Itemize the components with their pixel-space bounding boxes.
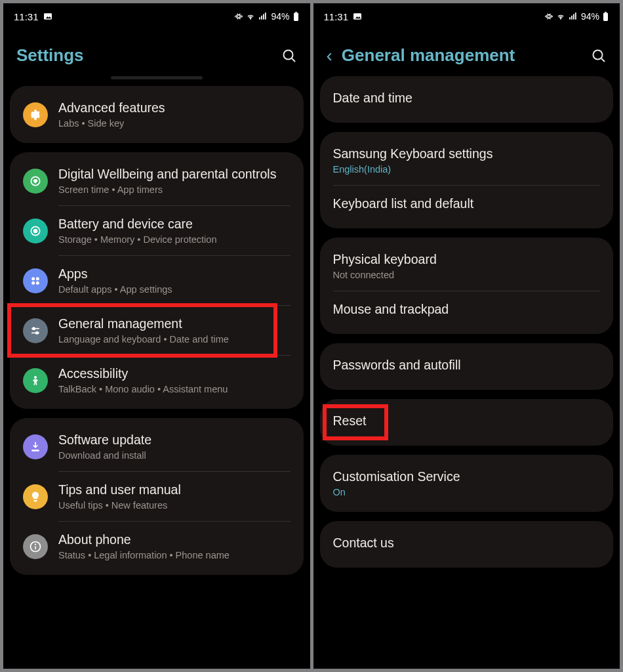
wifi-icon xyxy=(246,12,255,21)
gm-item-contact[interactable]: Contact us xyxy=(320,525,614,564)
svg-rect-34 xyxy=(603,12,608,21)
gm-group: Customisation Service On xyxy=(320,455,614,512)
settings-item-advanced[interactable]: Advanced features Labs • Side key xyxy=(10,90,304,139)
gm-group: Passwords and autofill xyxy=(320,343,614,390)
gm-group: Samsung Keyboard settings English(India)… xyxy=(320,132,614,228)
wellbeing-icon xyxy=(23,169,48,194)
gm-group: Physical keyboard Not connected Mouse an… xyxy=(320,238,614,334)
item-title: Tips and user manual xyxy=(58,482,291,497)
item-title: Battery and device care xyxy=(58,217,291,232)
item-title: Passwords and autofill xyxy=(333,358,601,373)
settings-item-tips[interactable]: Tips and user manual Useful tips • New f… xyxy=(10,472,304,521)
gm-header: ‹ General management xyxy=(313,30,620,76)
svg-rect-29 xyxy=(569,17,571,20)
svg-rect-2 xyxy=(260,17,261,20)
svg-rect-3 xyxy=(262,16,263,20)
svg-point-21 xyxy=(36,331,38,333)
battery-pct: 94% xyxy=(271,11,289,22)
svg-rect-6 xyxy=(295,12,297,12)
battery-icon xyxy=(602,12,609,21)
gm-item-pwd[interactable]: Passwords and autofill xyxy=(320,347,614,386)
item-title: Apps xyxy=(58,266,291,282)
item-title: Physical keyboard xyxy=(333,252,601,267)
gm-item-custom[interactable]: Customisation Service On xyxy=(320,459,614,508)
svg-line-36 xyxy=(601,58,605,62)
media-icon xyxy=(43,11,53,22)
wifi-icon xyxy=(556,12,565,21)
settings-item-general[interactable]: General management Language and keyboard… xyxy=(10,306,304,355)
svg-point-15 xyxy=(36,277,39,280)
advanced-icon xyxy=(23,102,48,127)
item-title: Software update xyxy=(58,432,291,448)
svg-rect-7 xyxy=(294,12,298,21)
svg-rect-31 xyxy=(573,14,574,20)
signal-icon xyxy=(258,12,268,21)
svg-rect-26 xyxy=(35,546,36,549)
item-title: Contact us xyxy=(333,536,601,551)
item-title: Accessibility xyxy=(58,366,291,381)
item-subtitle: On xyxy=(333,487,601,497)
settings-item-apps[interactable]: Apps Default apps • App settings xyxy=(10,256,304,305)
apps-icon xyxy=(23,268,48,293)
about-icon xyxy=(23,534,48,559)
settings-item-battery[interactable]: Battery and device care Storage • Memory… xyxy=(10,206,304,255)
item-subtitle: Storage • Memory • Device protection xyxy=(58,234,291,245)
item-title: Reset xyxy=(333,413,601,429)
svg-point-16 xyxy=(31,281,35,284)
settings-group: Advanced features Labs • Side key xyxy=(10,86,304,143)
gm-item-date[interactable]: Date and time xyxy=(320,80,614,119)
settings-item-update[interactable]: Software update Download and install xyxy=(10,422,304,471)
settings-list: Advanced features Labs • Side key Digita… xyxy=(3,86,310,669)
battery-icon xyxy=(292,12,300,21)
status-bar: 11:31 94% xyxy=(313,3,620,30)
gm-item-kbdlist[interactable]: Keyboard list and default xyxy=(320,186,614,224)
gm-item-kbd[interactable]: Samsung Keyboard settings English(India) xyxy=(320,136,614,185)
item-subtitle: Language and keyboard • Date and time xyxy=(58,334,291,345)
status-time: 11:31 xyxy=(324,11,349,22)
item-title: Mouse and trackpad xyxy=(333,302,601,317)
phone-general-management: 11:31 94% ‹ General management Date and … xyxy=(313,3,620,669)
vibrate-icon xyxy=(234,12,243,21)
item-subtitle: Screen time • App timers xyxy=(58,184,291,195)
battery-pct: 94% xyxy=(581,11,599,22)
page-title: General management xyxy=(342,45,515,66)
gm-item-reset[interactable]: Reset xyxy=(320,403,614,442)
item-subtitle: English(India) xyxy=(333,164,601,175)
svg-point-35 xyxy=(593,50,603,59)
accessibility-icon xyxy=(23,368,48,393)
item-subtitle: Default apps • App settings xyxy=(58,284,291,295)
item-title: Digital Wellbeing and parental controls xyxy=(58,167,291,182)
settings-group: Digital Wellbeing and parental controls … xyxy=(10,152,304,409)
battery-icon xyxy=(23,219,48,243)
search-icon[interactable] xyxy=(591,48,607,64)
svg-rect-5 xyxy=(265,12,266,20)
page-title: Settings xyxy=(16,45,84,66)
svg-point-22 xyxy=(34,375,37,378)
status-bar: 11:31 94% xyxy=(3,3,310,30)
back-button[interactable]: ‹ xyxy=(327,47,332,65)
gm-item-mouse[interactable]: Mouse and trackpad xyxy=(320,291,614,330)
svg-point-25 xyxy=(35,543,36,545)
settings-group: Software update Download and install Tip… xyxy=(10,418,304,575)
search-icon[interactable] xyxy=(281,48,297,64)
item-title: Keyboard list and default xyxy=(333,196,601,211)
gm-item-phys[interactable]: Physical keyboard Not connected xyxy=(320,242,614,291)
settings-item-about[interactable]: About phone Status • Legal information •… xyxy=(10,522,304,571)
item-subtitle: Not connected xyxy=(333,270,601,280)
item-title: Date and time xyxy=(333,91,601,106)
svg-rect-33 xyxy=(605,12,607,12)
update-icon xyxy=(23,434,48,459)
settings-item-wellbeing[interactable]: Digital Wellbeing and parental controls … xyxy=(10,156,304,205)
signal-icon xyxy=(568,12,578,21)
svg-line-9 xyxy=(292,58,295,62)
svg-point-14 xyxy=(31,277,35,280)
status-time: 11:31 xyxy=(14,11,39,22)
expand-handle[interactable] xyxy=(111,76,203,79)
gm-group: Reset xyxy=(320,399,614,446)
item-subtitle: Status • Legal information • Phone name xyxy=(58,550,291,560)
svg-point-19 xyxy=(33,327,35,329)
tips-icon xyxy=(23,484,48,509)
settings-item-accessibility[interactable]: Accessibility TalkBack • Mono audio • As… xyxy=(10,356,304,405)
svg-rect-4 xyxy=(263,14,264,20)
settings-header: Settings xyxy=(3,30,310,76)
